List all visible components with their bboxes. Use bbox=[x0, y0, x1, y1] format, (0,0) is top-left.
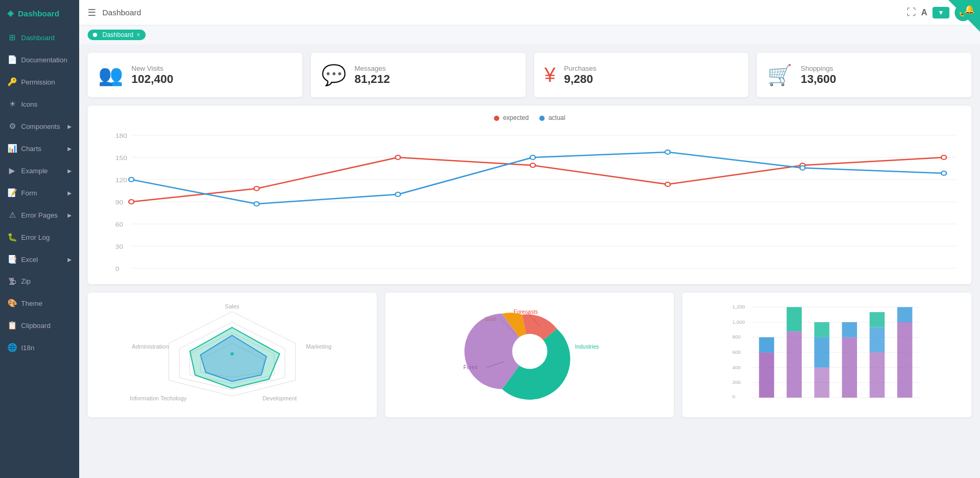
svg-rect-74 bbox=[814, 368, 830, 398]
zip-icon: 🗜 bbox=[7, 277, 17, 286]
arrow-icon-components: ▶ bbox=[68, 124, 72, 129]
sidebar-label-dashboard: Dashboard bbox=[21, 34, 55, 42]
sidebar-label-excel: Excel bbox=[21, 256, 38, 264]
svg-rect-79 bbox=[870, 352, 885, 398]
stat-card-shoppings: 🛒 Shoppings 13,600 bbox=[757, 53, 972, 97]
svg-text:0: 0 bbox=[732, 393, 735, 399]
sidebar-label-zip: Zip bbox=[21, 277, 31, 285]
components-icon: ⚙ bbox=[7, 121, 17, 131]
i18n-icon: 🌐 bbox=[7, 343, 17, 352]
sidebar-item-excel[interactable]: 📑 Excel ▶ bbox=[0, 248, 79, 270]
breadcrumb-close[interactable]: × bbox=[137, 31, 140, 39]
sidebar: ◈ Dashboard ⊞ Dashboard 📄 Documentation … bbox=[0, 0, 79, 478]
legend-actual: actual bbox=[539, 114, 565, 121]
svg-text:Administration: Administration bbox=[132, 343, 169, 350]
svg-point-30 bbox=[395, 192, 401, 196]
sidebar-item-form[interactable]: 📝 Form ▶ bbox=[0, 182, 79, 204]
sidebar-item-error-pages[interactable]: ⚠ Error Pages ▶ bbox=[0, 204, 79, 226]
breadcrumb-bar: Dashboard × bbox=[79, 25, 980, 44]
charts-icon: 📊 bbox=[7, 144, 17, 153]
dropdown-button[interactable]: ▼ bbox=[933, 7, 949, 18]
line-chart-panel: expected actual 0 30 60 90 120 150 180 bbox=[88, 106, 972, 284]
theme-icon: 🎨 bbox=[7, 298, 17, 308]
arrow-icon-excel: ▶ bbox=[68, 257, 72, 263]
sidebar-label-components: Components bbox=[21, 123, 60, 130]
arrow-icon-error-pages: ▶ bbox=[68, 212, 72, 218]
legend-expected-dot bbox=[494, 116, 499, 121]
svg-text:Information Techology: Information Techology bbox=[130, 395, 187, 401]
sidebar-item-charts[interactable]: 📊 Charts ▶ bbox=[0, 137, 79, 160]
svg-rect-78 bbox=[842, 322, 858, 338]
legend-expected: expected bbox=[494, 114, 529, 121]
menu-icon[interactable]: ☰ bbox=[88, 7, 96, 18]
sidebar-item-i18n[interactable]: 🌐 I18n bbox=[0, 336, 79, 359]
svg-rect-71 bbox=[759, 338, 775, 353]
svg-point-32 bbox=[665, 150, 670, 154]
logo-label: Dashboard bbox=[18, 9, 59, 18]
arrow-icon-example: ▶ bbox=[68, 168, 72, 174]
sidebar-label-clipboard: Clipboard bbox=[21, 322, 51, 330]
sidebar-item-error-log[interactable]: 🐛 Error Log bbox=[0, 226, 79, 248]
sidebar-label-error-log: Error Log bbox=[21, 233, 50, 241]
svg-text:120: 120 bbox=[116, 177, 128, 184]
sidebar-item-documentation[interactable]: 📄 Documentation bbox=[0, 49, 79, 71]
error-log-icon: 🐛 bbox=[7, 232, 17, 242]
dropdown-label: ▼ bbox=[938, 9, 944, 16]
topbar: ☰ Dashboard ⛶ A ▼ 😀 🔔 bbox=[79, 0, 980, 25]
sidebar-item-zip[interactable]: 🗜 Zip bbox=[0, 270, 79, 292]
svg-rect-70 bbox=[759, 352, 775, 398]
sidebar-item-theme[interactable]: 🎨 Theme bbox=[0, 292, 79, 314]
stat-card-purchases: ¥ Purchases 9,280 bbox=[534, 53, 749, 97]
new-visits-info: New Visits 102,400 bbox=[131, 64, 174, 86]
sidebar-item-example[interactable]: ▶ Example ▶ bbox=[0, 160, 79, 182]
svg-text:Sales: Sales bbox=[225, 303, 240, 310]
messages-label: Messages bbox=[355, 64, 390, 72]
svg-point-24 bbox=[530, 163, 536, 167]
sidebar-label-charts: Charts bbox=[21, 145, 41, 153]
messages-icon: 💬 bbox=[321, 63, 346, 87]
svg-rect-73 bbox=[787, 307, 802, 331]
svg-rect-72 bbox=[787, 331, 802, 398]
svg-text:Development: Development bbox=[262, 395, 297, 401]
svg-rect-80 bbox=[870, 327, 885, 353]
svg-rect-82 bbox=[897, 322, 912, 398]
sidebar-item-icons[interactable]: ☀ Icons bbox=[0, 93, 79, 115]
sidebar-item-clipboard[interactable]: 📋 Clipboard bbox=[0, 314, 79, 336]
svg-rect-81 bbox=[870, 312, 885, 327]
radar-chart-svg: Sales Marketing Development Information … bbox=[96, 301, 368, 407]
corner-icon: 🔔 bbox=[964, 4, 975, 14]
line-chart-svg: 0 30 60 90 120 150 180 Mon Tue Wed Thu bbox=[96, 126, 963, 274]
sidebar-logo[interactable]: ◈ Dashboard bbox=[0, 0, 79, 26]
legend-actual-dot bbox=[539, 116, 545, 121]
arrow-icon-form: ▶ bbox=[68, 190, 72, 196]
new-visits-label: New Visits bbox=[131, 64, 174, 72]
logo-icon: ◈ bbox=[7, 8, 14, 18]
excel-icon: 📑 bbox=[7, 255, 17, 264]
svg-point-31 bbox=[530, 155, 536, 160]
pie-chart-svg: Forecasts Gold Industries Forex bbox=[394, 301, 666, 407]
sidebar-item-components[interactable]: ⚙ Components ▶ bbox=[0, 115, 79, 137]
bar-chart-svg: 1,200 1,000 800 600 400 200 0 bbox=[691, 301, 963, 407]
topbar-title: Dashboard bbox=[102, 8, 900, 17]
svg-text:600: 600 bbox=[732, 349, 741, 355]
svg-text:30: 30 bbox=[116, 243, 123, 250]
svg-point-29 bbox=[254, 202, 259, 206]
svg-rect-83 bbox=[897, 307, 912, 322]
sidebar-item-permission[interactable]: 🔑 Permission bbox=[0, 71, 79, 93]
svg-text:90: 90 bbox=[116, 199, 123, 206]
stat-card-messages: 💬 Messages 81,212 bbox=[311, 53, 526, 97]
breadcrumb-dot bbox=[93, 33, 97, 37]
svg-point-55 bbox=[512, 334, 547, 369]
shoppings-info: Shoppings 13,600 bbox=[801, 64, 836, 86]
sidebar-label-theme: Theme bbox=[21, 299, 42, 307]
svg-text:800: 800 bbox=[732, 334, 741, 340]
fullscreen-icon[interactable]: ⛶ bbox=[907, 7, 916, 18]
purchases-icon: ¥ bbox=[545, 64, 556, 87]
form-icon: 📝 bbox=[7, 188, 17, 198]
documentation-icon: 📄 bbox=[7, 55, 17, 64]
breadcrumb-tag: Dashboard × bbox=[88, 30, 146, 40]
sidebar-item-dashboard[interactable]: ⊞ Dashboard bbox=[0, 26, 79, 49]
dashboard-icon: ⊞ bbox=[7, 33, 17, 42]
font-icon[interactable]: A bbox=[921, 8, 928, 17]
svg-text:150: 150 bbox=[116, 155, 128, 162]
